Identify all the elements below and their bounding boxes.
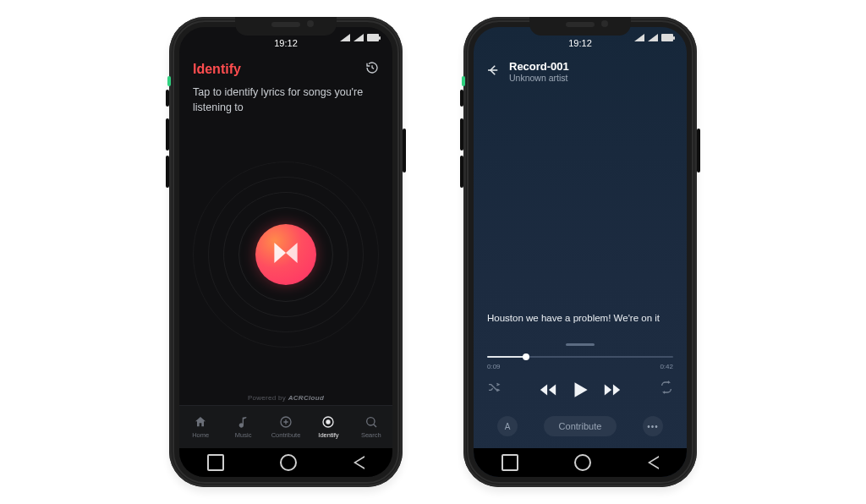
nav-search[interactable]: Search [350, 406, 392, 448]
svg-point-3 [366, 418, 374, 425]
page-title: Identify [193, 62, 241, 77]
contribute-label: Contribute [559, 421, 602, 431]
phone-notch [235, 17, 337, 36]
musixmatch-logo-icon [271, 238, 300, 271]
signal-icon [634, 34, 644, 41]
phone-volume-down [166, 156, 169, 188]
recent-apps-button[interactable] [207, 454, 224, 471]
previous-button[interactable] [539, 381, 557, 399]
track-title: Record-001 [509, 61, 569, 73]
font-size-button[interactable]: A [497, 416, 518, 436]
phone-side-indicator [462, 76, 465, 86]
back-button[interactable] [354, 456, 364, 469]
signal-icon-2 [648, 34, 658, 41]
nav-label: Identify [318, 431, 338, 439]
home-button[interactable] [574, 454, 591, 471]
phone-power-button [697, 129, 700, 173]
battery-icon [367, 34, 379, 41]
nav-label: Search [361, 431, 381, 439]
history-icon[interactable] [365, 61, 379, 78]
powered-by-label: Powered by ACRCloud [179, 394, 392, 405]
lyrics-error-message: Houston we have a problem! We're on it [485, 313, 675, 343]
progress-slider[interactable] [487, 354, 673, 359]
page-subtitle: Tap to identify lyrics for songs you're … [179, 81, 392, 115]
more-options-label: ••• [647, 422, 659, 431]
phone-power-button [403, 129, 406, 173]
phone-mute-switch [166, 90, 169, 107]
nav-identify[interactable]: Identify [307, 406, 349, 448]
contribute-button[interactable]: Contribute [544, 416, 617, 436]
phone-side-indicator [167, 76, 171, 86]
signal-icon-2 [354, 34, 364, 41]
phone-mute-switch [460, 90, 463, 107]
shuffle-icon[interactable] [487, 381, 501, 394]
status-time: 19:12 [274, 38, 298, 48]
repeat-icon[interactable] [660, 381, 673, 394]
phone-mockup-left: 19:12 Identify Tap to identify lyrics fo… [169, 17, 403, 487]
android-nav-bar [474, 448, 687, 477]
recent-apps-button[interactable] [502, 454, 518, 471]
font-size-label: A [505, 422, 511, 431]
drag-handle[interactable] [566, 343, 595, 346]
phone-notch [529, 17, 631, 36]
phone-mockup-right: 19:12 Record-001 Unknown artist Houston … [463, 17, 697, 487]
nav-home[interactable]: Home [179, 406, 222, 448]
screen-player: 19:12 Record-001 Unknown artist Houston … [474, 27, 687, 477]
nav-music[interactable]: Music [222, 406, 264, 448]
nav-contribute[interactable]: Contribute [265, 406, 307, 448]
status-time: 19:12 [568, 38, 592, 48]
time-total: 0:42 [660, 363, 673, 370]
phone-volume-down [460, 156, 463, 188]
play-button[interactable] [569, 379, 591, 401]
home-button[interactable] [280, 454, 297, 471]
artist-name: Unknown artist [509, 73, 569, 83]
back-icon[interactable] [485, 63, 501, 81]
bottom-nav: Home Music Contribute Identify Search [179, 405, 392, 448]
nav-label: Home [192, 431, 209, 439]
time-elapsed: 0:09 [487, 363, 501, 370]
signal-icon [340, 34, 350, 41]
phone-volume-up [166, 118, 169, 151]
screen-identify: 19:12 Identify Tap to identify lyrics fo… [179, 27, 392, 477]
android-nav-bar [179, 448, 392, 477]
phone-volume-up [460, 118, 463, 151]
svg-point-2 [326, 419, 331, 424]
nav-label: Music [235, 431, 252, 439]
battery-icon [661, 34, 673, 41]
more-options-button[interactable]: ••• [643, 416, 663, 436]
next-button[interactable] [603, 381, 622, 399]
back-button[interactable] [648, 456, 659, 469]
nav-label: Contribute [271, 431, 301, 439]
